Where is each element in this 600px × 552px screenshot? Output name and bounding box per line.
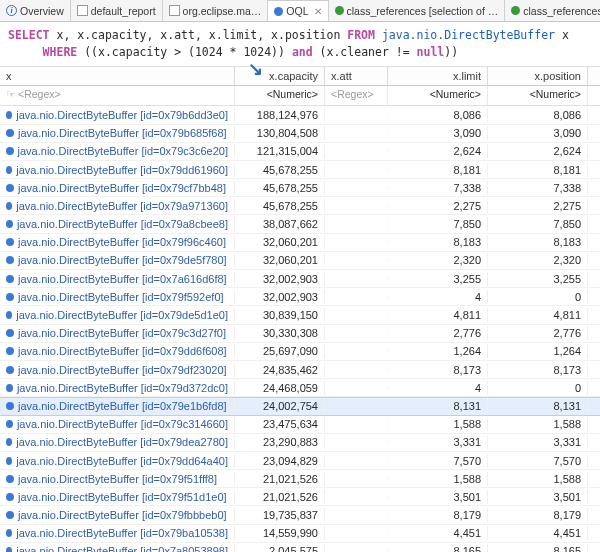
query-cond2: (x.cleaner != xyxy=(313,45,417,59)
tabbar: iOverview default_report org.eclipse.ma…… xyxy=(0,0,600,22)
cell-att xyxy=(325,369,388,371)
cell-capacity: 45,678,255 xyxy=(235,163,325,177)
cell-capacity: 21,021,526 xyxy=(235,472,325,486)
cell-x: java.nio.DirectByteBuffer [id=0x79b685f6… xyxy=(0,126,235,140)
filter-capacity[interactable]: <Numeric> xyxy=(235,86,325,105)
table-row[interactable]: java.nio.DirectByteBuffer [id=0x79f592ef… xyxy=(0,288,600,306)
tab-default-report[interactable]: default_report xyxy=(71,0,163,21)
table-row[interactable]: java.nio.DirectByteBuffer [id=0x79de5f78… xyxy=(0,252,600,270)
report-icon xyxy=(169,5,180,16)
cell-x: java.nio.DirectByteBuffer [id=0x79ba1053… xyxy=(0,526,235,540)
oql-editor[interactable]: SELECT x, x.capacity, x.att, x.limit, x.… xyxy=(0,22,600,67)
col-header-position[interactable]: x.position xyxy=(488,67,588,85)
table-row[interactable]: java.nio.DirectByteBuffer [id=0x79c3c6e2… xyxy=(0,143,600,161)
col-header-capacity[interactable]: ↘x.capacity xyxy=(235,67,325,85)
tab-eclipse[interactable]: org.eclipse.ma… xyxy=(163,0,269,21)
cell-x: java.nio.DirectByteBuffer [id=0x79e1b6fd… xyxy=(0,399,235,413)
table-header: x ↘x.capacity x.att x.limit x.position xyxy=(0,67,600,86)
tab-label: org.eclipse.ma… xyxy=(183,5,262,17)
table-row[interactable]: java.nio.DirectByteBuffer [id=0x79ba1053… xyxy=(0,525,600,543)
cell-x: java.nio.DirectByteBuffer [id=0x79fbbbeb… xyxy=(0,508,235,522)
table-row[interactable]: java.nio.DirectByteBuffer [id=0x79f51d1e… xyxy=(0,488,600,506)
cell-position: 4,811 xyxy=(488,308,588,322)
kw-and: and xyxy=(292,45,313,59)
col-lim-text: x.limit xyxy=(453,70,481,82)
filter-position[interactable]: <Numeric> xyxy=(488,86,588,105)
cell-position: 2,275 xyxy=(488,199,588,213)
cell-capacity: 121,315,004 xyxy=(235,144,325,158)
tab-overview[interactable]: iOverview xyxy=(0,0,71,21)
cell-x: java.nio.DirectByteBuffer [id=0x79de5f78… xyxy=(0,253,235,267)
tab-oql[interactable]: OQL✕ xyxy=(268,0,328,21)
table-row[interactable]: java.nio.DirectByteBuffer [id=0x79dea278… xyxy=(0,434,600,452)
tab-class-references-2[interactable]: class_references [sele xyxy=(505,0,600,21)
col-header-att[interactable]: x.att xyxy=(325,67,388,85)
cell-position: 2,320 xyxy=(488,253,588,267)
table-row[interactable]: java.nio.DirectByteBuffer [id=0x79f96c46… xyxy=(0,234,600,252)
report-icon xyxy=(77,5,88,16)
cell-capacity: 32,002,903 xyxy=(235,272,325,286)
cell-x: java.nio.DirectByteBuffer [id=0x79dd64a4… xyxy=(0,454,235,468)
table-row[interactable]: java.nio.DirectByteBuffer [id=0x79c3d27f… xyxy=(0,325,600,343)
filter-limit[interactable]: <Numeric> xyxy=(388,86,488,105)
table-row[interactable]: java.nio.DirectByteBuffer [id=0x79e1b6fd… xyxy=(0,397,600,415)
cell-limit: 1,264 xyxy=(388,344,488,358)
cell-att xyxy=(325,405,388,407)
cell-x: java.nio.DirectByteBuffer [id=0x79f51d1e… xyxy=(0,490,235,504)
tab-label: Overview xyxy=(20,5,64,17)
cell-x: java.nio.DirectByteBuffer [id=0x79dd6196… xyxy=(0,163,235,177)
table-row[interactable]: java.nio.DirectByteBuffer [id=0x79dd6196… xyxy=(0,161,600,179)
query-cond1: ((x.capacity > (1024 * 1024)) xyxy=(77,45,292,59)
table-row[interactable]: java.nio.DirectByteBuffer [id=0x79a8cbee… xyxy=(0,215,600,233)
table-row[interactable]: java.nio.DirectByteBuffer [id=0x7a616d6f… xyxy=(0,270,600,288)
cell-limit: 4 xyxy=(388,381,488,395)
filter-att[interactable]: <Regex> xyxy=(325,86,388,105)
cell-limit: 3,501 xyxy=(388,490,488,504)
table-row[interactable]: java.nio.DirectByteBuffer [id=0x79a97136… xyxy=(0,197,600,215)
cell-capacity: 23,290,883 xyxy=(235,435,325,449)
cell-att xyxy=(325,132,388,134)
cell-x: java.nio.DirectByteBuffer [id=0x79c3d27f… xyxy=(0,326,235,340)
cell-att xyxy=(325,114,388,116)
cell-att xyxy=(325,278,388,280)
filter-x[interactable]: ☞<Regex> xyxy=(0,86,235,105)
cell-position: 2,624 xyxy=(488,144,588,158)
tab-label: class_references [sele xyxy=(523,5,600,17)
cell-x: java.nio.DirectByteBuffer [id=0x79de5d1e… xyxy=(0,308,235,322)
cell-limit: 8,183 xyxy=(388,235,488,249)
cell-limit: 1,588 xyxy=(388,472,488,486)
tab-class-references-1[interactable]: class_references [selection of … xyxy=(329,0,506,21)
close-icon[interactable]: ✕ xyxy=(314,6,322,17)
table-row[interactable]: java.nio.DirectByteBuffer [id=0x79df2302… xyxy=(0,361,600,379)
table-row[interactable]: java.nio.DirectByteBuffer [id=0x79b6dd3e… xyxy=(0,106,600,124)
cell-limit: 4,451 xyxy=(388,526,488,540)
cell-position: 2,776 xyxy=(488,326,588,340)
table-row[interactable]: java.nio.DirectByteBuffer [id=0x79f51fff… xyxy=(0,470,600,488)
cell-x: java.nio.DirectByteBuffer [id=0x79c3c6e2… xyxy=(0,144,235,158)
cell-att xyxy=(325,478,388,480)
col-header-limit[interactable]: x.limit xyxy=(388,67,488,85)
table-row[interactable]: java.nio.DirectByteBuffer [id=0x79c31466… xyxy=(0,416,600,434)
table-row[interactable]: java.nio.DirectByteBuffer [id=0x7a805389… xyxy=(0,543,600,552)
info-icon: i xyxy=(6,5,17,16)
table-row[interactable]: java.nio.DirectByteBuffer [id=0x79d372dc… xyxy=(0,379,600,397)
table-row[interactable]: java.nio.DirectByteBuffer [id=0x79cf7bb4… xyxy=(0,179,600,197)
table-row[interactable]: java.nio.DirectByteBuffer [id=0x79dd64a4… xyxy=(0,452,600,470)
table-row[interactable]: java.nio.DirectByteBuffer [id=0x79de5d1e… xyxy=(0,306,600,324)
cell-limit: 2,320 xyxy=(388,253,488,267)
cell-position: 8,165 xyxy=(488,544,588,552)
cell-capacity: 45,678,255 xyxy=(235,181,325,195)
cell-position: 4,451 xyxy=(488,526,588,540)
cell-position: 3,501 xyxy=(488,490,588,504)
table-row[interactable]: java.nio.DirectByteBuffer [id=0x79b685f6… xyxy=(0,125,600,143)
cell-limit: 2,624 xyxy=(388,144,488,158)
cell-x: java.nio.DirectByteBuffer [id=0x79b6dd3e… xyxy=(0,108,235,122)
cell-att xyxy=(325,350,388,352)
cell-limit: 8,179 xyxy=(388,508,488,522)
col-header-x[interactable]: x xyxy=(0,67,235,85)
table-row[interactable]: java.nio.DirectByteBuffer [id=0x79fbbbeb… xyxy=(0,506,600,524)
cell-position: 7,570 xyxy=(488,454,588,468)
table-row[interactable]: java.nio.DirectByteBuffer [id=0x79dd6f60… xyxy=(0,343,600,361)
cell-position: 1,264 xyxy=(488,344,588,358)
cell-capacity: 24,002,754 xyxy=(235,399,325,413)
